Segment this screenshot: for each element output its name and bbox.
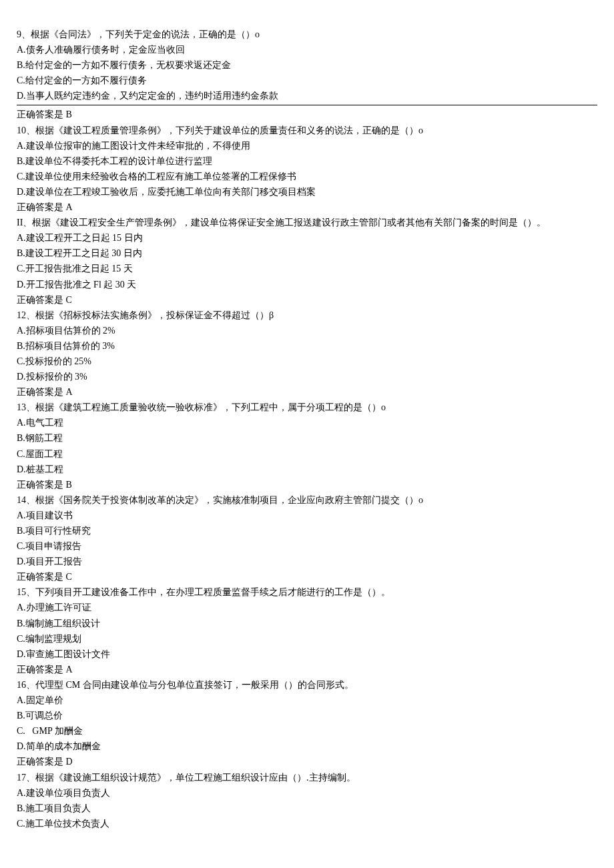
question-option: B.施工项目负责人 (17, 801, 597, 816)
question-option: A.固定单价 (17, 693, 597, 708)
question-stem: 16、代理型 CM 合同由建设单位与分包单位直接签订，一般采用（）的合同形式。 (17, 677, 597, 693)
question-option: B.项目可行性研究 (17, 523, 597, 538)
question-stem: 9、根据《合同法》，下列关于定金的说法，正确的是（）o (17, 27, 597, 42)
question-answer: 正确答案是 B (17, 107, 597, 122)
question-option: D.简单的成本加酬金 (17, 739, 597, 754)
question-answer: 正确答案是 C (17, 292, 597, 308)
question-stem: 15、下列项目开工建设准备工作中，在办理工程质量监督手续之后才能进行的工作是（）… (17, 584, 597, 600)
question-option: C.投标报价的 25% (17, 354, 597, 369)
question-option: D.建设单位在工程竣工验收后，应委托施工单位向有关部门移交项目档案 (17, 184, 597, 199)
question-option: A.建设工程开工之日起 15 日内 (17, 230, 597, 246)
question-option: C.建设单位使用未经验收合格的工程应有施工单位签署的工程保修书 (17, 169, 597, 184)
question-stem: II、根据《建设工程安全生产管理条例》，建设单位将保证安全施工报送建设行政主管部… (17, 215, 597, 230)
question-answer: 正确答案是 D (17, 754, 597, 769)
question-answer: 正确答案是 A (17, 199, 597, 215)
question-option: B.钢筋工程 (17, 430, 597, 446)
question-option: A.建设单位报审的施工图设计文件未经审批的，不得使用 (17, 138, 597, 153)
question-option: B.招标项目估算价的 3% (17, 338, 597, 354)
question-answer: 正确答案是 B (17, 477, 597, 492)
question-option: A.建设单位项目负责人 (17, 785, 597, 801)
question-option: C.施工单位技术负责人 (17, 816, 597, 831)
question-stem: 12、根据《招标投标法实施条例》，投标保证金不得超过（）β (17, 308, 597, 323)
question-option: A.电气工程 (17, 415, 597, 430)
question-stem: 14、根据《国务院关于投资体制改革的决定》，实施核准制项目，企业应向政府主管部门… (17, 492, 597, 508)
question-option: B.给付定金的一方如不履行债务，无权要求返还定金 (17, 57, 597, 73)
question-option: D.审查施工图设计文件 (17, 646, 597, 662)
question-option: C.屋面工程 (17, 446, 597, 462)
question-option: C. GMP 加酬金 (17, 723, 597, 739)
question-option: D.项目开工报告 (17, 554, 597, 569)
question-option: B.建设工程开工之日起 30 日内 (17, 246, 597, 261)
question-option: D.投标报价的 3% (17, 369, 597, 384)
question-stem: 17、根据《建设施工组织设计规范》，单位工程施工组织设计应由（）.主持编制。 (17, 770, 597, 785)
divider (17, 105, 597, 105)
question-answer: 正确答案是 C (17, 569, 597, 584)
question-option: C.项目申请报告 (17, 538, 597, 554)
question-option: D.当事人既约定违约金，又约定定金的，违约时适用违约金条款 (17, 88, 597, 103)
question-option: D.桩基工程 (17, 462, 597, 477)
question-option: C.开工报告批准之日起 15 天 (17, 261, 597, 276)
question-option: A.招标项目估算价的 2% (17, 323, 597, 338)
question-option: D.开工报告批准之 Fl 起 30 天 (17, 277, 597, 292)
question-option: A.债务人准确履行债务时，定金应当收回 (17, 42, 597, 57)
question-answer: 正确答案是 A (17, 384, 597, 400)
question-option: B.可调总价 (17, 708, 597, 723)
question-answer: 正确答案是 A (17, 662, 597, 677)
question-option: C.给付定金的一方如不履行债务 (17, 73, 597, 88)
document-body: 9、根据《合同法》，下列关于定金的说法，正确的是（）oA.债务人准确履行债务时，… (17, 27, 597, 831)
question-option: A.项目建议书 (17, 508, 597, 523)
question-option: C.编制监理规划 (17, 631, 597, 646)
question-stem: 13、根据《建筑工程施工质量验收统一验收标准》，下列工程中，属于分项工程的是（）… (17, 400, 597, 415)
question-option: B.建设单位不得委托本工程的设计单位进行监理 (17, 153, 597, 169)
question-stem: 10、根据《建设工程质量管理条例》，下列关于建设单位的质量责任和义务的说法，正确… (17, 123, 597, 138)
question-option: B.编制施工组织设计 (17, 616, 597, 631)
question-option: A.办理施工许可证 (17, 600, 597, 615)
